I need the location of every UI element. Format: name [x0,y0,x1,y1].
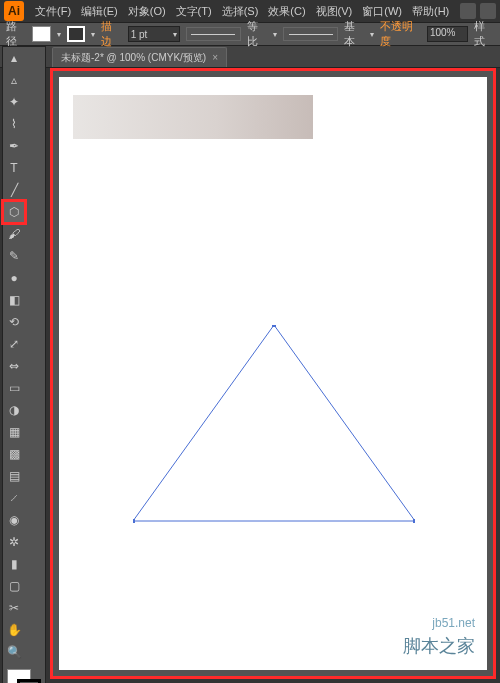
document-tab[interactable]: 未标题-2* @ 100% (CMYK/预览) × [52,47,227,67]
menu-window[interactable]: 窗口(W) [357,4,407,19]
menu-type[interactable]: 文字(T) [171,4,217,19]
blob-brush-tool[interactable]: ● [3,267,25,289]
menu-help[interactable]: 帮助(H) [407,4,454,19]
profile-label: 等比 [247,19,267,49]
opacity-label[interactable]: 不透明度 [380,19,420,49]
eraser-tool[interactable]: ◧ [3,289,25,311]
anchor-point[interactable] [272,325,276,327]
free-transform-tool[interactable]: ▭ [3,377,25,399]
close-icon[interactable]: × [212,52,218,63]
profile-chevron-icon[interactable]: ▾ [273,30,277,39]
fill-swatch[interactable] [32,26,51,42]
community-icon[interactable] [460,3,476,19]
toolbox: ▴ ▵ ✦ ⌇ ✒ T ╱ ⬡ 🖌 ✎ ● ◧ ⟲ ⤢ ⇔ ▭ ◑ ▦ ▩ ▤ … [2,46,46,683]
chevron-down-icon: ▾ [173,30,177,39]
brush-chevron-icon[interactable]: ▾ [370,30,374,39]
stroke-weight-dropdown[interactable]: 1 pt ▾ [128,26,180,42]
selection-type-label: 路径 [6,19,26,49]
fill-stroke-indicator[interactable] [3,667,45,683]
canvas-area: jb51.net 脚本之家 [50,68,496,679]
menu-effect[interactable]: 效果(C) [263,4,310,19]
triangle-shape[interactable] [133,325,415,521]
line-segment-tool[interactable]: ╱ [3,179,25,201]
stroke-weight-value: 1 pt [131,29,148,40]
stroke-menu-chevron-icon[interactable]: ▾ [91,30,95,39]
stroke-swatch[interactable] [67,26,86,42]
direct-selection-tool[interactable]: ▵ [3,69,25,91]
polygon-tool[interactable]: ⬡ [3,201,25,223]
column-graph-tool[interactable]: ▮ [3,553,25,575]
slice-tool[interactable]: ✂ [3,597,25,619]
pen-tool[interactable]: ✒ [3,135,25,157]
brush-label: 基本 [344,19,364,49]
placed-image[interactable] [73,95,313,139]
watermark-text: 脚本之家 [403,634,475,658]
triangle-path[interactable] [133,325,415,525]
zoom-tool[interactable]: 🔍 [3,641,25,663]
document-tabbar: 未标题-2* @ 100% (CMYK/预览) × [0,46,500,68]
menu-select[interactable]: 选择(S) [217,4,264,19]
eyedropper-tool[interactable]: ⟋ [3,487,25,509]
stroke-label[interactable]: 描边 [101,19,121,49]
arrange-icon[interactable] [480,3,496,19]
type-tool[interactable]: T [3,157,25,179]
selection-tool[interactable]: ▴ [3,47,25,69]
magic-wand-tool[interactable]: ✦ [3,91,25,113]
opacity-input[interactable]: 100% [427,26,468,42]
watermark-url: jb51.net [432,616,475,630]
anchor-point[interactable] [133,519,135,523]
stroke-box[interactable] [17,679,41,683]
lasso-tool[interactable]: ⌇ [3,113,25,135]
control-bar: 路径 ▾ ▾ 描边 1 pt ▾ 等比 ▾ 基本 ▾ 不透明度 100% 样式 [0,22,500,46]
watermark: jb51.net 脚本之家 [361,610,491,664]
profile-preview[interactable] [186,27,241,41]
gradient-tool[interactable]: ▤ [3,465,25,487]
app-logo: Ai [4,1,24,21]
fill-menu-chevron-icon[interactable]: ▾ [57,30,61,39]
shape-builder-tool[interactable]: ◑ [3,399,25,421]
mesh-tool[interactable]: ▩ [3,443,25,465]
brush-preview[interactable] [283,27,338,41]
menu-edit[interactable]: 编辑(E) [76,4,123,19]
paintbrush-tool[interactable]: 🖌 [3,223,25,245]
perspective-grid-tool[interactable]: ▦ [3,421,25,443]
artboard[interactable]: jb51.net 脚本之家 [59,77,487,670]
menubar-right [460,3,496,19]
menu-object[interactable]: 对象(O) [123,4,171,19]
hand-tool[interactable]: ✋ [3,619,25,641]
menu-view[interactable]: 视图(V) [311,4,358,19]
symbol-sprayer-tool[interactable]: ✲ [3,531,25,553]
artboard-tool[interactable]: ▢ [3,575,25,597]
scale-tool[interactable]: ⤢ [3,333,25,355]
style-label: 样式 [474,19,494,49]
anchor-point[interactable] [413,519,415,523]
menu-file[interactable]: 文件(F) [30,4,76,19]
blend-tool[interactable]: ◉ [3,509,25,531]
document-tab-title: 未标题-2* @ 100% (CMYK/预览) [61,51,206,65]
width-tool[interactable]: ⇔ [3,355,25,377]
pencil-tool[interactable]: ✎ [3,245,25,267]
rotate-tool[interactable]: ⟲ [3,311,25,333]
